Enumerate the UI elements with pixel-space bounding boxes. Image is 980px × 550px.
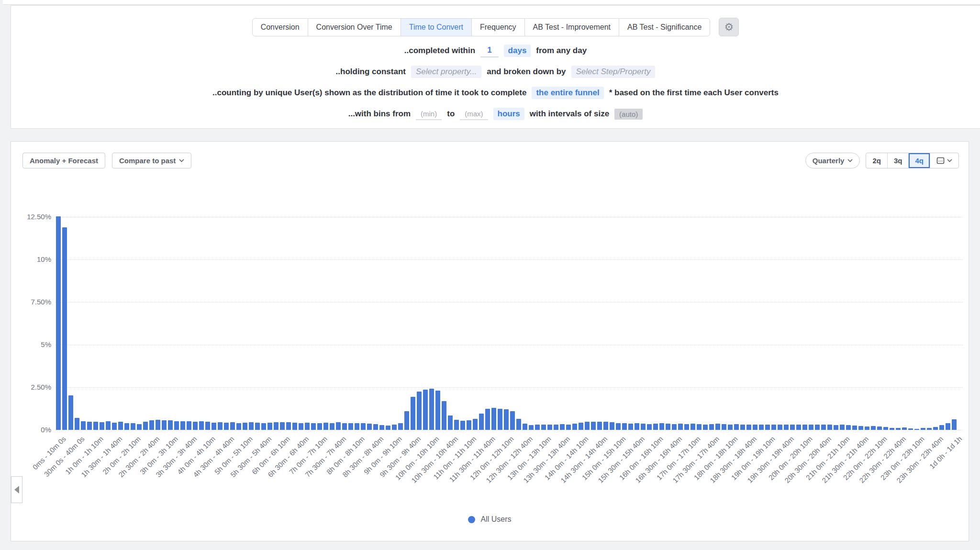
tab-time-to-convert[interactable]: Time to Convert (401, 19, 472, 36)
histogram-bar[interactable] (286, 422, 291, 430)
histogram-bar[interactable] (417, 392, 422, 430)
histogram-bar[interactable] (622, 423, 627, 430)
histogram-bar[interactable] (379, 425, 384, 430)
histogram-bar[interactable] (690, 424, 695, 430)
histogram-bar[interactable] (373, 424, 378, 430)
histogram-bar[interactable] (877, 427, 882, 430)
tab-frequency[interactable]: Frequency (472, 19, 525, 36)
histogram-bar[interactable] (678, 424, 683, 430)
histogram-bar[interactable] (348, 423, 353, 430)
histogram-bar[interactable] (386, 426, 390, 430)
histogram-bar[interactable] (460, 421, 465, 430)
bin-size-input[interactable]: (auto) (614, 109, 643, 120)
histogram-bar[interactable] (224, 423, 229, 430)
histogram-bar[interactable] (771, 425, 776, 430)
histogram-bar[interactable] (212, 423, 216, 430)
histogram-bar[interactable] (230, 422, 235, 430)
histogram-bar[interactable] (896, 428, 901, 430)
histogram-bar[interactable] (75, 418, 79, 430)
histogram-bar[interactable] (491, 408, 496, 430)
bin-min-input[interactable]: (min) (416, 108, 442, 120)
histogram-bar[interactable] (280, 422, 285, 430)
histogram-bar[interactable] (796, 425, 801, 430)
histogram-bar[interactable] (697, 424, 702, 430)
histogram-bar[interactable] (834, 425, 838, 430)
histogram-bar[interactable] (448, 415, 453, 430)
histogram-bar[interactable] (174, 421, 179, 430)
histogram-bar[interactable] (392, 425, 397, 430)
histogram-bar[interactable] (628, 424, 633, 430)
histogram-bar[interactable] (261, 423, 266, 430)
histogram-bar[interactable] (778, 425, 782, 430)
histogram-bar[interactable] (871, 426, 876, 430)
histogram-bar[interactable] (218, 422, 223, 430)
histogram-bar[interactable] (939, 425, 944, 430)
histogram-bar[interactable] (802, 425, 807, 430)
histogram-bar[interactable] (715, 424, 720, 430)
histogram-bar[interactable] (809, 425, 813, 430)
bin-unit-select[interactable]: hours (493, 108, 524, 120)
histogram-bar[interactable] (821, 425, 826, 430)
tab-conversion[interactable]: Conversion (253, 19, 308, 36)
histogram-bar[interactable] (523, 424, 527, 430)
histogram-bar[interactable] (467, 420, 471, 430)
histogram-bar[interactable] (585, 422, 590, 430)
histogram-bar[interactable] (137, 424, 142, 430)
histogram-bar[interactable] (666, 424, 670, 430)
histogram-bar[interactable] (112, 423, 117, 430)
histogram-bar[interactable] (118, 422, 123, 430)
funnel-scope-select[interactable]: the entire funnel (532, 87, 603, 99)
histogram-bar[interactable] (709, 424, 714, 430)
histogram-bar[interactable] (653, 424, 658, 430)
histogram-bar[interactable] (603, 422, 608, 430)
histogram-bar[interactable] (535, 425, 540, 430)
histogram-bar[interactable] (473, 419, 478, 430)
histogram-bar[interactable] (429, 389, 434, 430)
histogram-bar[interactable] (100, 422, 104, 430)
histogram-bar[interactable] (342, 423, 347, 430)
histogram-bar[interactable] (902, 427, 907, 430)
breakdown-step-property-select[interactable]: Select Step/Property (571, 66, 656, 78)
histogram-bar[interactable] (865, 427, 869, 430)
collapse-sidebar-handle[interactable] (11, 476, 22, 503)
histogram-bar[interactable] (504, 409, 509, 430)
histogram-bar[interactable] (106, 421, 111, 430)
histogram-bar[interactable] (659, 423, 664, 430)
histogram-bar[interactable] (746, 425, 751, 430)
histogram-bar[interactable] (87, 422, 92, 430)
histogram-bar[interactable] (68, 395, 73, 430)
histogram-bar[interactable] (852, 426, 857, 430)
histogram-bar[interactable] (914, 429, 919, 430)
histogram-bar[interactable] (616, 423, 621, 430)
histogram-bar[interactable] (740, 425, 745, 430)
conversion-window-unit-select[interactable]: days (504, 45, 531, 57)
histogram-bar[interactable] (398, 423, 403, 430)
tab-ab-test-improvement[interactable]: AB Test - Improvement (525, 19, 619, 36)
histogram-bar[interactable] (753, 425, 757, 430)
histogram-bar[interactable] (180, 421, 185, 430)
histogram-bar[interactable] (734, 424, 739, 430)
histogram-bar[interactable] (647, 424, 652, 430)
histogram-bar[interactable] (858, 426, 863, 430)
histogram-bar[interactable] (205, 422, 210, 430)
histogram-bar[interactable] (927, 428, 932, 430)
histogram-bar[interactable] (610, 422, 614, 430)
histogram-bar[interactable] (591, 422, 596, 430)
histogram-bar[interactable] (541, 425, 546, 430)
histogram-bar[interactable] (641, 424, 646, 430)
histogram-bar[interactable] (815, 425, 820, 430)
histogram-bar[interactable] (672, 424, 677, 430)
histogram-bar[interactable] (846, 425, 851, 430)
histogram-bar[interactable] (162, 420, 167, 430)
histogram-bar[interactable] (81, 421, 86, 430)
histogram-bar[interactable] (560, 424, 565, 430)
histogram-bar[interactable] (423, 390, 428, 430)
legend-item-all-users[interactable]: All Users (11, 515, 969, 524)
histogram-bar[interactable] (485, 409, 490, 430)
histogram-bar[interactable] (684, 424, 689, 430)
histogram-bar[interactable] (946, 423, 950, 430)
histogram-bar[interactable] (790, 425, 795, 430)
histogram-bar[interactable] (149, 420, 154, 430)
histogram-bar[interactable] (311, 423, 316, 430)
histogram-bar[interactable] (62, 227, 67, 430)
